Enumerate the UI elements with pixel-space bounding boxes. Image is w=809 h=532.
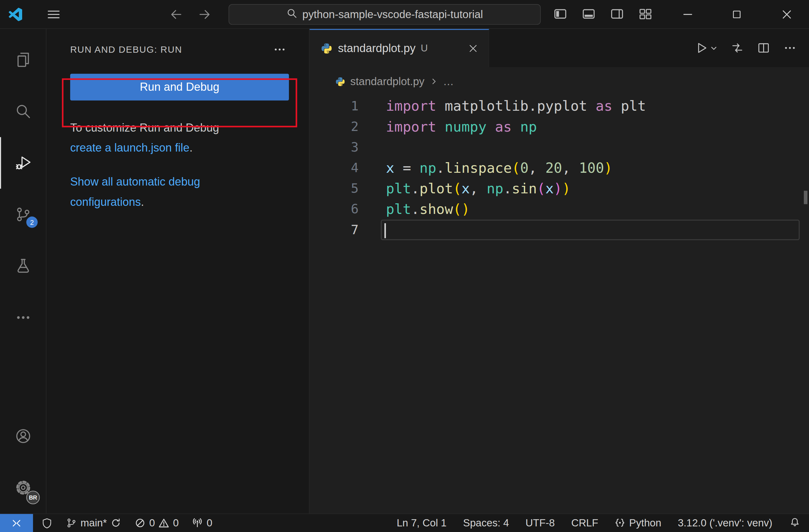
code-token: 0 <box>520 160 529 176</box>
create-launch-json-link[interactable]: create a launch.json file <box>70 141 189 154</box>
open-changes-icon[interactable] <box>731 41 744 55</box>
tab-close-icon[interactable] <box>466 41 480 55</box>
chevron-right-icon <box>430 77 438 86</box>
split-editor-icon[interactable] <box>757 41 770 55</box>
code-token: , <box>529 160 537 176</box>
activity-source-control[interactable]: 2 <box>0 189 46 240</box>
sidebar-header: RUN AND DEBUG: RUN <box>47 43 309 56</box>
editor-group: standardplot.py U <box>310 29 809 514</box>
code-token: ) <box>462 201 470 217</box>
activity-explorer[interactable] <box>0 34 46 86</box>
code-token: . <box>411 201 420 217</box>
command-center-search[interactable]: python-sample-vscode-fastapi-tutorial <box>229 4 541 25</box>
search-icon <box>287 7 298 21</box>
code-token: plot <box>420 180 453 196</box>
eol-status[interactable]: CRLF <box>571 517 598 529</box>
window-close-button[interactable] <box>775 0 799 29</box>
activity-search[interactable] <box>0 86 46 137</box>
code-token: sin <box>512 180 537 196</box>
tab-git-status: U <box>420 43 428 54</box>
code-token <box>487 119 495 135</box>
code-line <box>381 219 799 240</box>
activity-testing[interactable] <box>0 240 46 291</box>
show-all-configs-link[interactable]: Show all automatic debugconfigurations <box>70 175 200 208</box>
code-token: as <box>495 119 512 135</box>
sync-icon <box>110 518 121 529</box>
editor-more-actions-icon[interactable] <box>783 41 796 55</box>
bell-icon <box>789 517 801 529</box>
remote-indicator[interactable] <box>0 514 33 532</box>
editor-gutter: 1234567 <box>310 96 359 513</box>
workspace-trust-button[interactable] <box>41 517 52 529</box>
play-icon <box>695 41 708 55</box>
breadcrumb-file[interactable]: standardplot.py <box>350 75 424 88</box>
code-editor[interactable]: 1234567 import matplotlib.pyplot as plti… <box>310 96 809 513</box>
run-debug-icon <box>15 155 32 171</box>
line-number: 2 <box>310 117 359 137</box>
python-interpreter-status[interactable]: 3.12.0 ('.venv': venv) <box>678 517 772 529</box>
breadcrumb-symbol[interactable]: … <box>443 75 454 88</box>
menu-hamburger-icon[interactable] <box>46 8 62 21</box>
code-token: ) <box>604 160 613 176</box>
vscode-logo-icon <box>8 7 22 21</box>
customize-layout-icon[interactable] <box>638 6 653 21</box>
sidebar-more-actions-icon[interactable] <box>272 43 287 56</box>
search-value: python-sample-vscode-fastapi-tutorial <box>302 8 483 21</box>
notifications-button[interactable] <box>789 517 801 529</box>
indentation-status[interactable]: Spaces: 4 <box>463 517 509 529</box>
breadcrumb: standardplot.py … <box>310 67 809 96</box>
code-token: plt <box>386 201 411 217</box>
code-token: x <box>462 180 470 196</box>
activity-account[interactable] <box>0 410 46 462</box>
branch-name: main* <box>81 517 107 529</box>
tab-standardplot[interactable]: standardplot.py U <box>310 29 489 67</box>
chevron-down-icon <box>710 44 718 52</box>
beaker-icon <box>15 258 31 274</box>
code-token: plt <box>621 98 646 114</box>
tab-strip: standardplot.py U <box>310 29 809 67</box>
run-and-debug-sidebar: RUN AND DEBUG: RUN Run and Debug To cust… <box>47 29 310 514</box>
navigate-forward-icon[interactable] <box>197 6 213 22</box>
code-token: ( <box>537 180 545 196</box>
toggle-panel-icon[interactable] <box>582 6 596 21</box>
code-token: = <box>403 160 411 176</box>
window-minimize-button[interactable] <box>676 0 700 29</box>
code-token: ( <box>512 160 520 176</box>
remote-icon <box>10 517 23 529</box>
code-token <box>411 160 420 176</box>
activity-settings[interactable]: BR <box>0 462 46 513</box>
language-mode-status[interactable]: Python <box>615 517 661 529</box>
show-all-configs-suffix: . <box>141 196 144 208</box>
navigate-back-icon[interactable] <box>168 6 184 22</box>
code-line: x = np.linspace(0, 20, 100) <box>386 158 801 178</box>
toggle-primary-sidebar-icon[interactable] <box>553 6 568 21</box>
code-token <box>512 119 520 135</box>
layout-controls <box>553 6 653 21</box>
run-and-debug-button[interactable]: Run and Debug <box>70 74 289 101</box>
warning-icon <box>158 518 169 529</box>
window-maximize-button[interactable] <box>725 0 748 29</box>
status-right: Ln 7, Col 1 Spaces: 4 UTF-8 CRLF Python … <box>397 517 809 529</box>
git-branch-icon <box>66 518 77 529</box>
braces-icon <box>615 518 625 529</box>
code-token: ( <box>453 201 462 217</box>
code-token: . <box>436 160 445 176</box>
run-python-file-button[interactable] <box>695 41 718 55</box>
toggle-secondary-sidebar-icon[interactable] <box>610 6 624 21</box>
git-branch-status[interactable]: main* <box>66 517 121 529</box>
encoding-status[interactable]: UTF-8 <box>526 517 555 529</box>
cursor-position-status[interactable]: Ln 7, Col 1 <box>397 517 446 529</box>
vscode-window: python-sample-vscode-fastapi-tutorial <box>0 0 809 532</box>
activity-more[interactable] <box>0 292 46 343</box>
code-token: import <box>386 119 436 135</box>
ports-status[interactable]: 0 <box>192 517 212 529</box>
code-token: import <box>386 98 436 114</box>
code-token: ( <box>453 180 462 196</box>
code-token <box>537 160 545 176</box>
code-token <box>394 160 403 176</box>
activity-run-debug[interactable] <box>0 137 46 189</box>
text-cursor <box>384 223 385 238</box>
problems-status[interactable]: 0 0 <box>135 517 179 529</box>
language-name: Python <box>629 517 661 529</box>
overview-ruler-marker <box>804 191 807 204</box>
